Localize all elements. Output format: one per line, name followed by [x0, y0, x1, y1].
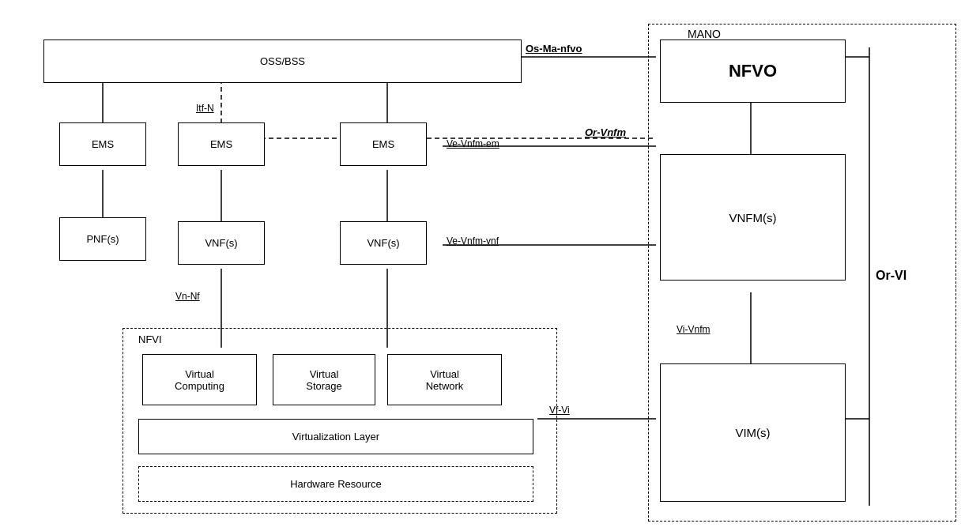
virtual-storage-label: Virtual Storage [306, 368, 342, 392]
nfvo-label: NFVO [729, 61, 777, 81]
oss-bss-label: OSS/BSS [260, 55, 305, 67]
interface-vfvi-label: Vf-Vi [549, 405, 570, 416]
oss-bss-box: OSS/BSS [43, 40, 522, 83]
interface-vevnfmem-label: Ve-Vnfm-em [447, 138, 499, 149]
vim-box: VIM(s) [660, 363, 846, 502]
ems3-box: EMS [340, 122, 427, 166]
ems2-box: EMS [178, 122, 265, 166]
virtualization-layer-label: Virtualization Layer [292, 431, 379, 442]
interface-orvi-label: Or-VI [876, 269, 906, 283]
vnf2-label: VNF(s) [367, 237, 399, 249]
virtual-computing-box: Virtual Computing [142, 354, 257, 405]
diagram: MANO NFVO VNFM(s) VIM(s) OSS/BSS EMS PNF… [0, 0, 980, 531]
interface-osma-label: Os-Ma-nfvo [526, 43, 582, 55]
vim-label: VIM(s) [735, 426, 770, 439]
interface-orvnfm-label: Or-Vnfm [585, 126, 626, 138]
ems3-label: EMS [372, 138, 394, 150]
hardware-resource-box: Hardware Resource [138, 466, 533, 502]
virtual-storage-box: Virtual Storage [273, 354, 375, 405]
virtual-network-box: Virtual Network [387, 354, 502, 405]
vnf1-box: VNF(s) [178, 221, 265, 265]
ems1-box: EMS [59, 122, 146, 166]
virtual-computing-label: Virtual Computing [175, 368, 224, 392]
interface-itfn-label: Itf-N [196, 103, 214, 114]
virtual-network-label: Virtual Network [426, 368, 464, 392]
vnf1-label: VNF(s) [205, 237, 237, 249]
ems2-label: EMS [210, 138, 232, 150]
nfvi-label: NFVI [138, 333, 162, 345]
interface-vevnfmvnf-label: Ve-Vnfm-vnf [447, 235, 499, 247]
nfvo-box: NFVO [660, 40, 846, 103]
pnf-label: PNF(s) [86, 233, 119, 245]
ems1-label: EMS [92, 138, 114, 150]
pnf-box: PNF(s) [59, 217, 146, 261]
vnfm-label: VNFM(s) [729, 211, 777, 224]
virtualization-layer-box: Virtualization Layer [138, 419, 533, 454]
mano-label: MANO [688, 28, 721, 40]
vnf2-box: VNF(s) [340, 221, 427, 265]
vnfm-box: VNFM(s) [660, 154, 846, 281]
hardware-resource-label: Hardware Resource [290, 478, 382, 490]
interface-vnnf-label: Vn-Nf [175, 291, 200, 302]
interface-vivnfm-label: Vi-Vnfm [677, 324, 710, 335]
